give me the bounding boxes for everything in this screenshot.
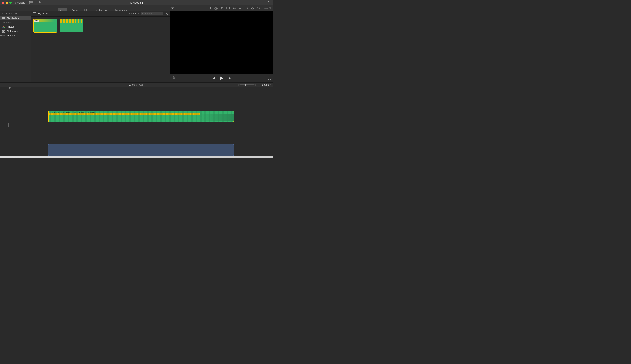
time-separator: / — [136, 83, 137, 86]
browser-settings-icon[interactable] — [165, 12, 168, 15]
media-tab-row: My Media Audio Titles Backgrounds Transi… — [0, 6, 273, 11]
svg-rect-0 — [29, 1, 31, 2]
crop-icon[interactable] — [221, 6, 224, 10]
disclosure-triangle-icon[interactable]: ▶ — [1, 34, 2, 36]
fullscreen-window-button[interactable] — [10, 2, 12, 4]
window-titlebar: ‹ Projects My Movie 2 — [0, 0, 273, 6]
fullscreen-icon[interactable] — [268, 77, 271, 80]
sidebar-library-label: iMovie Library — [3, 34, 18, 37]
browser-title: My Movie 2 — [38, 12, 50, 15]
timeline-audio-clip[interactable]: 1.9m – ninjoi. - Passin [Thematic Exclus… — [48, 111, 234, 122]
svg-point-16 — [4, 27, 5, 28]
svg-point-18 — [142, 13, 144, 14]
reset-all-button[interactable]: Reset All — [263, 7, 271, 10]
share-icon[interactable] — [267, 1, 271, 4]
separator — [27, 1, 27, 4]
libraries-header: LIBRARIES — [0, 21, 31, 24]
volume-icon[interactable] — [233, 6, 236, 10]
clip-label: 1.9m – ninjoi. - Passin [Thematic Exclus… — [49, 111, 95, 114]
timeline-settings-button[interactable]: Settings — [262, 83, 271, 86]
media-clip-2[interactable] — [60, 19, 83, 32]
svg-point-15 — [3, 27, 4, 28]
search-icon — [142, 12, 144, 15]
clip-filter-icon[interactable] — [251, 6, 254, 10]
clip-filter-dropdown[interactable]: All Clips ▲▼ — [128, 12, 139, 15]
traffic-lights — [2, 2, 12, 4]
speed-icon[interactable] — [245, 6, 248, 10]
svg-point-14 — [3, 26, 4, 27]
info-icon[interactable] — [257, 6, 260, 10]
timeline-header: 00:00 / 02:17 | | Settings — [0, 82, 273, 87]
search-input[interactable] — [145, 12, 162, 15]
back-to-projects-button[interactable]: ‹ Projects — [15, 1, 25, 4]
sidebar-item-imovie-library[interactable]: ▶ iMovie Library — [0, 33, 31, 38]
noise-reduction-icon[interactable] — [239, 6, 242, 10]
play-button[interactable] — [220, 76, 224, 80]
viewer-panel — [170, 11, 273, 82]
waveform-peaks — [60, 19, 83, 23]
filter-label: All Clips — [128, 12, 136, 15]
track-volume-handle[interactable] — [8, 123, 9, 127]
playhead[interactable] — [10, 87, 10, 142]
sidebar-toggle-icon[interactable] — [33, 12, 36, 15]
sidebar-photos-label: Photos — [7, 25, 14, 28]
timeline-detached-audio-clip[interactable] — [48, 144, 234, 156]
voiceover-mic-icon[interactable] — [172, 76, 175, 80]
inspector-tools: Reset All — [208, 6, 271, 10]
chevron-left-icon: ‹ — [15, 1, 16, 4]
clip-grid: 1.9m — [31, 16, 170, 35]
import-icon[interactable] — [38, 1, 42, 4]
svg-rect-2 — [29, 3, 33, 4]
sidebar-project-label: My Movie 2 — [7, 16, 19, 19]
zoom-slider-knob[interactable] — [245, 84, 246, 86]
svg-rect-13 — [2, 18, 5, 19]
stabilization-icon[interactable] — [227, 6, 230, 10]
star-icon — [2, 30, 5, 32]
clip-duration-badge: 1.9m — [34, 20, 40, 22]
search-field[interactable] — [141, 12, 163, 16]
media-browser: My Movie 2 All Clips ▲▼ 1.9m — [31, 11, 170, 82]
project-media-header: PROJECT MEDIA — [0, 12, 31, 16]
color-correction-icon[interactable] — [215, 6, 218, 10]
minimize-window-button[interactable] — [6, 2, 8, 4]
svg-rect-7 — [227, 7, 229, 9]
close-window-button[interactable] — [2, 2, 4, 4]
sidebar-item-project[interactable]: My Movie 2 — [0, 16, 31, 20]
clapperboard-icon — [2, 17, 5, 19]
timeline-timecode: 00:00 / 02:17 — [129, 83, 144, 86]
media-clip-1[interactable]: 1.9m — [34, 19, 57, 32]
color-balance-icon[interactable] — [208, 6, 212, 10]
bottom-resize-strip — [0, 156, 273, 158]
timeline[interactable]: 1.9m – ninjoi. - Passin [Thematic Exclus… — [0, 87, 273, 156]
svg-point-19 — [166, 13, 167, 14]
zoom-slider[interactable]: | | — [240, 84, 255, 85]
video-preview[interactable] — [170, 11, 273, 74]
sidebar-item-photos[interactable]: Photos — [0, 24, 31, 29]
window-title: My Movie 2 — [130, 1, 143, 4]
svg-point-12 — [258, 7, 259, 8]
next-clip-button[interactable] — [229, 77, 232, 80]
enhance-wand-icon[interactable] — [171, 6, 175, 10]
playback-controls — [170, 74, 273, 82]
sidebar-item-all-events[interactable]: All Events — [0, 29, 31, 33]
updown-icon: ▲▼ — [137, 12, 139, 15]
browser-header: My Movie 2 All Clips ▲▼ — [31, 11, 170, 16]
sidebar: PROJECT MEDIA My Movie 2 LIBRARIES Photo… — [0, 11, 31, 82]
current-time: 00:00 — [129, 83, 135, 86]
sidebar-all-events-label: All Events — [7, 30, 18, 32]
photos-icon — [2, 26, 5, 28]
back-label: Projects — [16, 1, 25, 4]
svg-rect-20 — [173, 76, 174, 78]
total-duration: 02:17 — [138, 83, 144, 86]
layout-icon[interactable] — [29, 1, 33, 4]
timeline-divider — [0, 142, 273, 142]
prev-clip-button[interactable] — [212, 77, 215, 80]
main-area: PROJECT MEDIA My Movie 2 LIBRARIES Photo… — [0, 11, 273, 82]
